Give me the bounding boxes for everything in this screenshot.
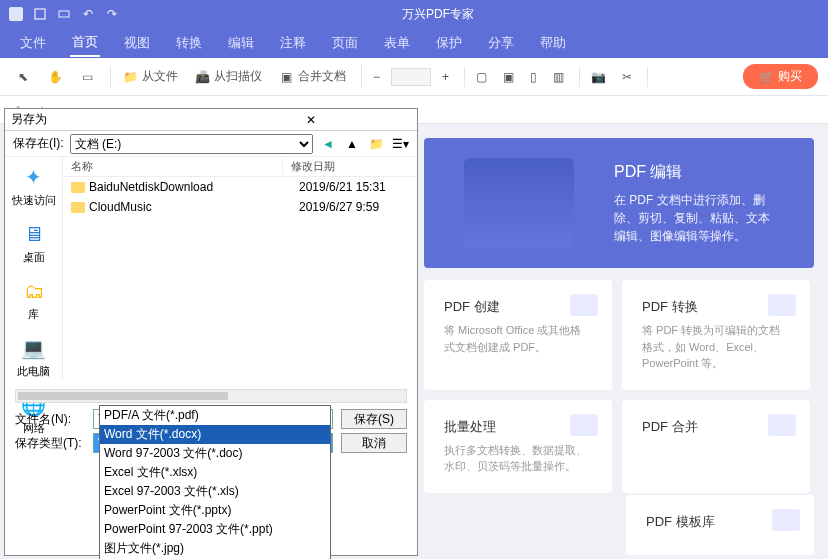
- card-icon: [570, 414, 598, 436]
- card-templates[interactable]: PDF 模板库: [626, 495, 814, 555]
- pointer-tool[interactable]: ⬉: [10, 66, 36, 88]
- select-tool[interactable]: ▭: [74, 66, 100, 88]
- window-titlebar: ↶ ↷ 万兴PDF专家: [0, 0, 828, 28]
- filetype-option[interactable]: 图片文件(*.jpg): [100, 539, 330, 558]
- filetype-option[interactable]: Excel 97-2003 文件(*.xls): [100, 482, 330, 501]
- dialog-title: 另存为: [11, 111, 211, 128]
- card-icon: [768, 414, 796, 436]
- filetype-option[interactable]: Word 文件(*.docx): [100, 425, 330, 444]
- hero-card-pdf-edit[interactable]: PDF 编辑 在 PDF 文档中进行添加、删除、剪切、复制、粘贴、文本编辑、图像…: [424, 138, 814, 268]
- merge-icon: ▣: [278, 69, 294, 85]
- zoom-field[interactable]: [391, 68, 431, 86]
- hero-desc: 在 PDF 文档中进行添加、删除、剪切、复制、粘贴、文本编辑、图像编辑等操作。: [614, 191, 774, 245]
- app-icon: [8, 6, 24, 22]
- filetype-label: 保存类型(T):: [15, 435, 85, 452]
- sidebar-label: 桌面: [23, 250, 45, 265]
- svg-rect-2: [59, 11, 69, 17]
- zoom-out[interactable]: −: [368, 67, 385, 87]
- merge-button[interactable]: ▣合并文档: [273, 65, 351, 88]
- zoom-in[interactable]: +: [437, 67, 454, 87]
- dialog-sidebar: ✦快速访问 🖥桌面 🗂库 💻此电脑 🌐网络: [5, 157, 63, 381]
- app-title: 万兴PDF专家: [128, 6, 748, 23]
- two-page-icon[interactable]: ▥: [548, 67, 569, 87]
- sidebar-libraries[interactable]: 🗂库: [20, 277, 48, 322]
- hand-tool[interactable]: ✋: [42, 66, 68, 88]
- sidebar-desktop[interactable]: 🖥桌面: [20, 220, 48, 265]
- sidebar-label: 库: [28, 307, 39, 322]
- filetype-option[interactable]: Word 97-2003 文件(*.doc): [100, 444, 330, 463]
- fit-width-icon[interactable]: ▢: [471, 67, 492, 87]
- card-pdf-merge[interactable]: PDF 合并: [622, 400, 810, 493]
- scanner-icon: 📠: [194, 69, 210, 85]
- menu-protect[interactable]: 保护: [434, 30, 464, 56]
- hero-title: PDF 编辑: [614, 162, 774, 183]
- menu-convert[interactable]: 转换: [174, 30, 204, 56]
- menu-edit[interactable]: 编辑: [226, 30, 256, 56]
- svg-rect-1: [35, 9, 45, 19]
- card-pdf-convert[interactable]: PDF 转换将 PDF 转换为可编辑的文档格式，如 Word、Excel、Pow…: [622, 280, 810, 390]
- from-file-button[interactable]: 📁从文件: [117, 65, 183, 88]
- up-icon[interactable]: ▲: [343, 135, 361, 153]
- item-date: 2019/6/27 9:59: [299, 200, 379, 214]
- sidebar-label: 此电脑: [17, 364, 50, 379]
- svg-rect-0: [9, 7, 23, 21]
- menubar: 文件 首页 视图 转换 编辑 注释 页面 表单 保护 分享 帮助: [0, 28, 828, 58]
- menu-view[interactable]: 视图: [122, 30, 152, 56]
- menu-file[interactable]: 文件: [18, 30, 48, 56]
- menu-help[interactable]: 帮助: [538, 30, 568, 56]
- folder-icon: [71, 202, 85, 213]
- save-as-dialog: 另存为 ✕ 保存在(I): 文档 (E:) ◄ ▲ 📁 ☰▾ ✦快速访问 🖥桌面…: [4, 108, 418, 556]
- filename-label: 文件名(N):: [15, 411, 85, 428]
- fit-page-icon[interactable]: ▣: [498, 67, 519, 87]
- col-date[interactable]: 修改日期: [283, 159, 417, 174]
- file-list[interactable]: 名称 修改日期 BaiduNetdiskDownload2019/6/21 15…: [63, 157, 417, 381]
- menu-form[interactable]: 表单: [382, 30, 412, 56]
- back-icon[interactable]: ◄: [319, 135, 337, 153]
- card-desc: 执行多文档转换、数据提取、水印、贝茨码等批量操作。: [444, 442, 592, 475]
- save-button[interactable]: 保存(S): [341, 409, 407, 429]
- from-scanner-button[interactable]: 📠从扫描仪: [189, 65, 267, 88]
- card-batch[interactable]: 批量处理执行多文档转换、数据提取、水印、贝茨码等批量操作。: [424, 400, 612, 493]
- view-icon[interactable]: ☰▾: [391, 135, 409, 153]
- item-name: CloudMusic: [89, 200, 295, 214]
- filetype-option[interactable]: PDF/A 文件(*.pdf): [100, 406, 330, 425]
- filetype-option[interactable]: PowerPoint 97-2003 文件(*.ppt): [100, 520, 330, 539]
- horizontal-scrollbar[interactable]: [15, 389, 407, 403]
- folder-icon: 📁: [122, 69, 138, 85]
- save-in-label: 保存在(I):: [13, 135, 64, 152]
- menu-home[interactable]: 首页: [70, 29, 100, 57]
- close-icon[interactable]: ✕: [211, 113, 411, 127]
- list-item[interactable]: BaiduNetdiskDownload2019/6/21 15:31: [63, 177, 417, 197]
- sidebar-label: 快速访问: [12, 193, 56, 208]
- sidebar-this-pc[interactable]: 💻此电脑: [17, 334, 50, 379]
- folder-icon: [71, 182, 85, 193]
- screenshot-icon[interactable]: ✂: [617, 67, 637, 87]
- pdf-stack-icon: [464, 158, 574, 248]
- sidebar-quick-access[interactable]: ✦快速访问: [12, 163, 56, 208]
- single-page-icon[interactable]: ▯: [525, 67, 542, 87]
- filetype-option[interactable]: Excel 文件(*.xlsx): [100, 463, 330, 482]
- dialog-titlebar: 另存为 ✕: [5, 109, 417, 131]
- buy-button[interactable]: 🛒 购买: [743, 64, 818, 89]
- col-name[interactable]: 名称: [63, 159, 283, 174]
- snapshot-icon[interactable]: 📷: [586, 67, 611, 87]
- undo-icon[interactable]: ↶: [80, 6, 96, 22]
- card-icon: [772, 509, 800, 531]
- filetype-option[interactable]: PowerPoint 文件(*.pptx): [100, 501, 330, 520]
- print-icon[interactable]: [56, 6, 72, 22]
- list-item[interactable]: CloudMusic2019/6/27 9:59: [63, 197, 417, 217]
- card-desc: 将 PDF 转换为可编辑的文档格式，如 Word、Excel、PowerPoin…: [642, 322, 790, 372]
- cancel-button[interactable]: 取消: [341, 433, 407, 453]
- new-folder-icon[interactable]: 📁: [367, 135, 385, 153]
- menu-comment[interactable]: 注释: [278, 30, 308, 56]
- redo-icon[interactable]: ↷: [104, 6, 120, 22]
- card-desc: 将 Microsoft Office 或其他格式文档创建成 PDF。: [444, 322, 592, 355]
- menu-page[interactable]: 页面: [330, 30, 360, 56]
- save-icon[interactable]: [32, 6, 48, 22]
- filetype-dropdown[interactable]: PDF/A 文件(*.pdf)Word 文件(*.docx)Word 97-20…: [99, 405, 331, 559]
- location-select[interactable]: 文档 (E:): [70, 134, 313, 154]
- item-name: BaiduNetdiskDownload: [89, 180, 295, 194]
- card-pdf-create[interactable]: PDF 创建将 Microsoft Office 或其他格式文档创建成 PDF。: [424, 280, 612, 390]
- card-icon: [570, 294, 598, 316]
- menu-share[interactable]: 分享: [486, 30, 516, 56]
